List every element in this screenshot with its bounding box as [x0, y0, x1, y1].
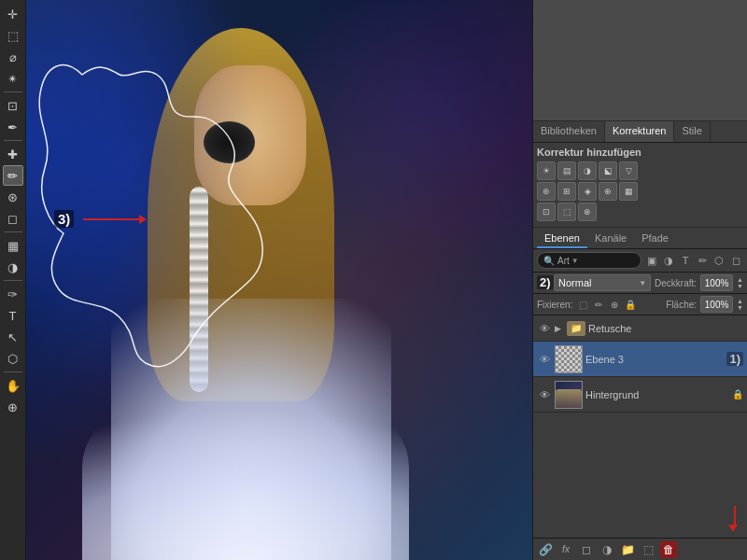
layer-item-ebene3[interactable]: 👁 Ebene 3 1)	[533, 342, 747, 377]
tool-shape[interactable]: ⬡	[3, 348, 23, 369]
tool-crop[interactable]: ⊡	[3, 95, 23, 116]
filter-icon-5[interactable]: ⬡	[712, 253, 726, 268]
korr-brightness[interactable]: ☀	[537, 161, 556, 180]
opacity-down-arrow: ▼	[737, 283, 743, 289]
eye-icon-hintergrund[interactable]: 👁	[537, 387, 552, 402]
eye-icon-ebene3[interactable]: 👁	[537, 352, 552, 367]
korr-channel-mixer[interactable]: ▦	[619, 182, 638, 201]
tool-rect-select[interactable]: ⬚	[3, 25, 23, 46]
korr-color-lookup[interactable]: ⊡	[537, 203, 556, 221]
tool-hand[interactable]: ✋	[3, 375, 23, 396]
link-layers-button[interactable]: 🔗	[537, 541, 554, 558]
tab-pfade[interactable]: Pfade	[634, 230, 676, 248]
tool-magic-wand[interactable]: ✴	[3, 68, 23, 89]
korr-invert[interactable]: ⬚	[557, 203, 576, 221]
flache-up: ▲	[737, 298, 743, 304]
layer-annotation-1: 1)	[726, 352, 743, 366]
fix-lock[interactable]: 🔒	[624, 298, 637, 311]
layer-name-hintergrund: Hintergrund	[585, 389, 729, 400]
arrow-line	[83, 218, 139, 220]
filter-icon-1[interactable]: ▣	[644, 253, 659, 268]
flache-number: 100%	[705, 300, 729, 310]
opacity-number: 100%	[705, 278, 729, 288]
tool-eyedropper[interactable]: ✒	[3, 117, 23, 137]
arrow-down-head	[728, 525, 738, 532]
right-panel: Bibliotheken Korrekturen Stile Korrektur…	[532, 0, 747, 560]
flache-value[interactable]: 100%	[700, 296, 733, 313]
panel-top-tabs: Bibliotheken Korrekturen Stile	[533, 121, 747, 143]
fix-pixels[interactable]: ⬚	[576, 298, 589, 311]
filter-icon-3[interactable]: T	[678, 253, 693, 268]
tool-zoom[interactable]: ⊕	[3, 397, 23, 417]
thumb-ebene3	[555, 345, 583, 373]
korrekturen-section: Korrektur hinzufügen ☀ ▤ ◑ ⬕ ▽ ⊛ ⊞ ◈ ⊕ ▦…	[533, 143, 747, 228]
korr-bw[interactable]: ◈	[578, 182, 597, 201]
flache-arrows[interactable]: ▲ ▼	[737, 298, 743, 311]
tool-clone[interactable]: ⊛	[3, 187, 23, 207]
korr-photo-filter[interactable]: ⊕	[599, 182, 617, 201]
tool-separator-2	[4, 140, 22, 141]
layer-item-hintergrund[interactable]: 👁 Hintergrund 🔒	[533, 377, 747, 413]
blend-mode-label: Normal	[558, 277, 591, 288]
tab-korrekturen[interactable]: Korrekturen	[605, 121, 674, 142]
add-group-button[interactable]: 📁	[619, 541, 636, 558]
korr-threshold[interactable]: ⊗	[578, 203, 597, 221]
korr-hsl[interactable]: ⊛	[537, 182, 556, 201]
tool-gradient[interactable]: ▦	[3, 235, 23, 256]
tool-eraser[interactable]: ◻	[3, 208, 23, 229]
tool-brush[interactable]: ✏	[3, 165, 23, 186]
tool-type[interactable]: T	[3, 305, 23, 326]
korr-icons-row-1: ☀ ▤ ◑ ⬕ ▽	[537, 161, 743, 180]
canvas-area[interactable]: 3)	[26, 0, 532, 560]
canvas-image: 3)	[26, 0, 532, 560]
annotation-2-label: 2)	[537, 275, 554, 289]
fix-position[interactable]: ⊕	[608, 298, 621, 311]
fixieren-row: Fixieren: ⬚ ✏ ⊕ 🔒 Fläche: 100% ▲ ▼	[533, 294, 747, 315]
opacity-arrows[interactable]: ▲ ▼	[737, 276, 743, 289]
layer-search-row: 🔍 Art ▼ ▣ ◑ T ✏ ⬡ ◻	[533, 249, 747, 273]
korr-vibrance[interactable]: ▽	[619, 161, 638, 180]
search-dropdown-icon[interactable]: ▼	[571, 257, 579, 265]
layer-bottom-toolbar: 🔗 fx ◻ ◑ 📁 ⬚ 🗑	[533, 538, 747, 560]
korr-exposure[interactable]: ⬕	[599, 161, 617, 180]
add-style-button[interactable]: fx	[557, 541, 574, 558]
filter-toggle[interactable]: ◻	[728, 253, 743, 268]
tool-heal[interactable]: ✚	[3, 144, 23, 164]
annotation-3-group: 3)	[54, 210, 147, 228]
tab-stile[interactable]: Stile	[674, 121, 710, 142]
new-layer-button[interactable]: ⬚	[640, 541, 656, 558]
group-expand-arrow[interactable]: ▶	[555, 324, 564, 333]
layer-group-retusche[interactable]: 👁 ▶ 📁 Retusche	[533, 315, 747, 342]
korr-icons-row-2: ⊛ ⊞ ◈ ⊕ ▦	[537, 182, 743, 201]
tool-pen[interactable]: ✑	[3, 284, 23, 304]
filter-icon-4[interactable]: ✏	[695, 253, 710, 268]
tool-lasso[interactable]: ⌀	[3, 47, 23, 67]
tab-bibliotheken[interactable]: Bibliotheken	[533, 121, 605, 142]
korr-curves[interactable]: ◑	[578, 161, 597, 180]
tool-path-select[interactable]: ↖	[3, 327, 23, 347]
korr-levels[interactable]: ▤	[557, 161, 576, 180]
opacity-value[interactable]: 100%	[700, 274, 733, 291]
delete-layer-button[interactable]: 🗑	[660, 541, 677, 558]
ebenen-tabs: Ebenen Kanäle Pfade	[533, 228, 747, 249]
add-adjustment-button[interactable]: ◑	[599, 541, 615, 558]
filter-icon-2[interactable]: ◑	[661, 253, 676, 268]
search-magnifier-icon: 🔍	[543, 256, 555, 266]
blend-mode-select[interactable]: Normal ▼	[554, 274, 651, 291]
layer-lock-icon: 🔒	[732, 389, 743, 400]
korr-icons-row-3: ⊡ ⬚ ⊗	[537, 203, 743, 221]
fix-paint[interactable]: ✏	[592, 298, 605, 311]
tab-kanale[interactable]: Kanäle	[587, 230, 634, 248]
flache-label: Fläche:	[666, 300, 697, 310]
tool-dodge[interactable]: ◑	[3, 257, 23, 277]
toolbar: ✛ ⬚ ⌀ ✴ ⊡ ✒ ✚ ✏ ⊛ ◻ ▦ ◑ ✑ T ↖ ⬡ ✋ ⊕	[0, 0, 26, 560]
eye-icon-retusche[interactable]: 👁	[537, 321, 552, 336]
add-mask-button[interactable]: ◻	[578, 541, 595, 558]
tool-move[interactable]: ✛	[3, 4, 23, 24]
tool-separator-1	[4, 91, 22, 92]
layer-search-box[interactable]: 🔍 Art ▼	[537, 252, 641, 269]
thumb-hintergrund	[555, 381, 583, 409]
korr-colorbal[interactable]: ⊞	[557, 182, 576, 201]
tool-separator-3	[4, 231, 22, 232]
tab-ebenen[interactable]: Ebenen	[537, 230, 587, 248]
